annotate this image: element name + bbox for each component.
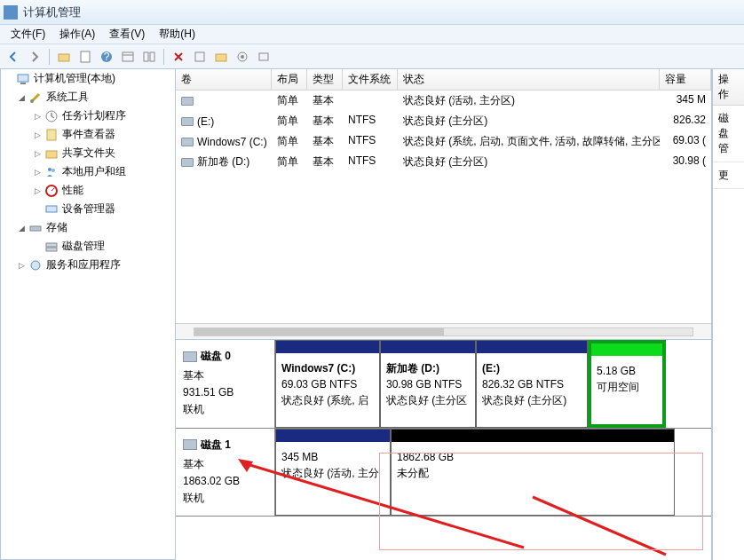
volume-name: (E:)	[197, 115, 214, 128]
partition[interactable]: (E:) 826.32 GB NTFS 状态良好 (主分区)	[476, 340, 588, 428]
tree-diskmgmt[interactable]: 磁盘管理	[1, 237, 175, 256]
tree-sharedfolders[interactable]: ▷ 共享文件夹	[1, 144, 175, 162]
menu-view[interactable]: 查看(V)	[102, 25, 152, 43]
svg-rect-17	[47, 130, 56, 140]
svg-rect-23	[30, 226, 41, 231]
partition[interactable]: 1862.68 GB 未分配	[391, 429, 675, 517]
svg-rect-14	[20, 83, 26, 84]
toolbar-btn-7[interactable]	[139, 47, 159, 67]
table-row[interactable]: 新加卷 (D:) 简单 基本 NTFS 状态良好 (主分区) 30.98 (	[176, 152, 711, 172]
forward-button[interactable]	[25, 47, 44, 67]
toolbar: ?	[0, 44, 744, 69]
collapse-icon[interactable]: ◢	[17, 93, 26, 102]
partition-title: (E:)	[482, 360, 582, 376]
menu-help[interactable]: 帮助(H)	[152, 25, 202, 43]
svg-point-15	[30, 99, 34, 103]
toolbar-btn-6[interactable]	[118, 47, 138, 67]
partition-bar	[392, 430, 674, 442]
tree-label: 共享文件夹	[62, 146, 115, 161]
col-capacity[interactable]: 容量	[660, 69, 711, 90]
tree-label: 服务和应用程序	[46, 257, 121, 272]
disk-info[interactable]: 磁盘 1 基本1863.02 GB联机	[176, 429, 275, 517]
partition-bar	[276, 341, 379, 353]
diskmgmt-icon	[44, 240, 59, 254]
expand-icon[interactable]: ▷	[33, 149, 42, 158]
partition[interactable]: 345 MB 状态良好 (活动, 主分	[275, 429, 391, 517]
actions-item[interactable]: 更	[713, 162, 744, 189]
tools-icon	[28, 91, 43, 105]
users-icon	[44, 165, 59, 179]
tree-label: 计算机管理(本地)	[34, 71, 115, 86]
svg-rect-9	[216, 54, 226, 61]
expand-icon[interactable]: ▷	[33, 112, 42, 121]
table-row[interactable]: 简单 基本 状态良好 (活动, 主分区) 345 M	[176, 91, 711, 111]
partition[interactable]: 5.18 GB 可用空间	[588, 340, 666, 428]
app-icon	[4, 5, 18, 20]
back-button[interactable]	[4, 47, 23, 67]
tree-toggle-icon[interactable]	[4, 75, 13, 83]
partition-status: 状态良好 (主分区	[386, 392, 470, 408]
perf-icon	[44, 184, 59, 198]
partition-size: 30.98 GB NTFS	[386, 376, 470, 392]
collapse-icon[interactable]: ◢	[17, 224, 26, 233]
volume-icon	[181, 97, 194, 106]
cell-capacity: 30.98 (	[660, 153, 711, 171]
scroll-thumb[interactable]	[194, 328, 444, 335]
toolbar-btn-9[interactable]	[190, 47, 210, 67]
delete-button[interactable]	[169, 47, 188, 67]
storage-icon	[28, 221, 43, 235]
col-fs[interactable]: 文件系统	[343, 69, 398, 90]
partition[interactable]: 新加卷 (D:) 30.98 GB NTFS 状态良好 (主分区	[380, 340, 476, 428]
tree-systools[interactable]: ◢ 系统工具	[1, 88, 175, 106]
table-row[interactable]: (E:) 简单 基本 NTFS 状态良好 (主分区) 826.32	[176, 111, 711, 131]
expand-icon[interactable]: ▷	[33, 168, 42, 177]
tree-storage[interactable]: ◢ 存储	[1, 218, 175, 237]
help-button[interactable]: ?	[97, 47, 116, 67]
actions-header: 操作	[713, 69, 744, 106]
tree-performance[interactable]: ▷ 性能	[1, 181, 175, 200]
partition-size: 5.18 GB	[597, 363, 657, 379]
properties-button[interactable]	[75, 47, 95, 67]
up-button[interactable]	[54, 47, 74, 67]
partition[interactable]: Windows7 (C:) 69.03 GB NTFS 状态良好 (系统, 启	[275, 340, 380, 428]
cell-capacity: 69.03 (	[660, 132, 711, 151]
tree-devicemgr[interactable]: 设备管理器	[1, 200, 175, 218]
expand-icon[interactable]: ▷	[17, 261, 26, 270]
cell-layout: 简单	[272, 91, 307, 110]
disk-name: 磁盘 0	[201, 350, 231, 362]
tree-taskscheduler[interactable]: ▷ 任务计划程序	[1, 106, 175, 125]
cell-fs: NTFS	[343, 132, 398, 151]
refresh-button[interactable]	[233, 47, 252, 67]
partition-size: 345 MB	[281, 449, 384, 465]
expand-icon[interactable]: ▷	[33, 130, 42, 139]
expand-icon[interactable]: ▷	[33, 186, 42, 195]
toolbar-btn-12[interactable]	[254, 47, 273, 67]
menu-file[interactable]: 文件(F)	[4, 25, 52, 43]
tree-root[interactable]: 计算机管理(本地)	[1, 69, 175, 88]
col-layout[interactable]: 布局	[272, 69, 307, 90]
horizontal-scrollbar[interactable]	[176, 323, 711, 339]
toolbar-btn-10[interactable]	[211, 47, 231, 67]
svg-rect-12	[259, 53, 268, 60]
menu-action[interactable]: 操作(A)	[52, 25, 102, 43]
svg-rect-24	[46, 243, 57, 247]
col-status[interactable]: 状态	[398, 69, 660, 90]
cell-capacity: 826.32	[660, 112, 711, 130]
partition-size: 69.03 GB NTFS	[281, 376, 374, 392]
event-icon	[44, 128, 59, 142]
actions-item[interactable]: 磁盘管	[713, 106, 744, 162]
tree-localusers[interactable]: ▷ 本地用户和组	[1, 162, 175, 181]
disk-icon	[183, 439, 197, 450]
partition-bar	[381, 341, 475, 353]
tree-eventviewer[interactable]: ▷ 事件查看器	[1, 125, 175, 144]
tree-label: 性能	[62, 183, 83, 198]
cell-layout: 简单	[272, 112, 307, 130]
table-row[interactable]: Windows7 (C:) 简单 基本 NTFS 状态良好 (系统, 启动, 页…	[176, 131, 711, 152]
disk-info[interactable]: 磁盘 0 基本931.51 GB联机	[176, 340, 275, 428]
col-volume[interactable]: 卷	[176, 69, 272, 90]
partition-status: 状态良好 (主分区)	[482, 392, 582, 408]
tree-label: 存储	[46, 220, 67, 235]
cell-type: 基本	[307, 91, 343, 110]
col-type[interactable]: 类型	[307, 69, 343, 90]
tree-services[interactable]: ▷ 服务和应用程序	[1, 256, 175, 274]
